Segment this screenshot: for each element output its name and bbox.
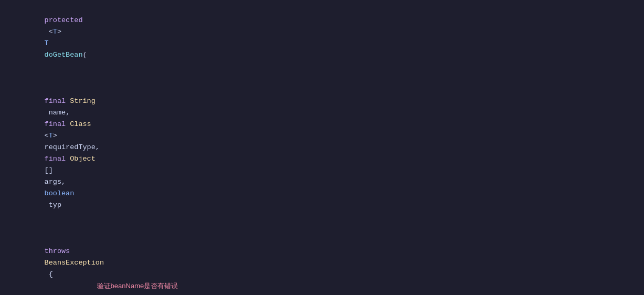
code-content-1: protected <T> T doGetBean( — [19, 3, 644, 72]
code-line-3: throws BeansException { 验证beanName是否有错误 — [0, 223, 644, 295]
code-content-3: throws BeansException { 验证beanName是否有错误 — [19, 223, 644, 295]
code-line-1: protected <T> T doGetBean( — [0, 3, 644, 72]
code-container: protected <T> T doGetBean( final String … — [0, 0, 644, 295]
code-line-2: final String name, final Class <T> requi… — [0, 72, 644, 223]
code-content-2: final String name, final Class <T> requi… — [19, 72, 644, 223]
annotation-validate: 验证beanName是否有错误 — [97, 280, 178, 292]
